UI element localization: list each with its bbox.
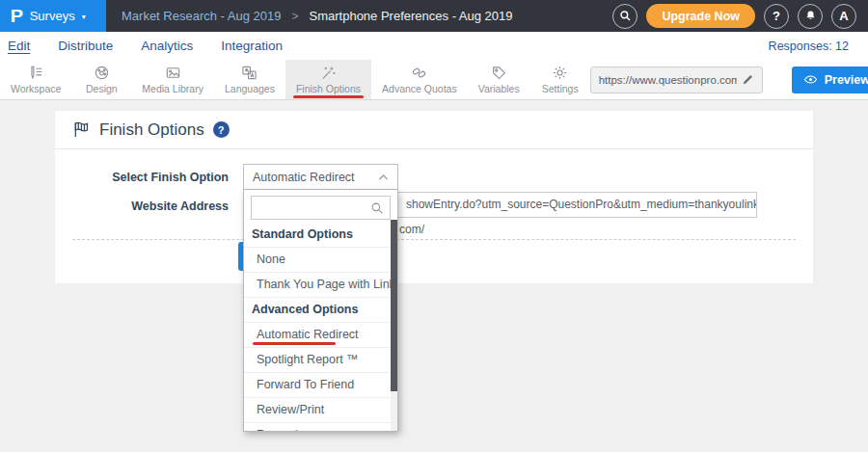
toolbar-item-workspace[interactable]: Workspace (0, 60, 71, 99)
card-header: Finish Options ? (55, 111, 813, 149)
dropdown-option-review-print[interactable]: Review/Print (244, 398, 397, 423)
dropdown-option-forward-to-friend[interactable]: Forward To Friend (244, 373, 397, 398)
survey-url-field[interactable]: https://www.questionpro.com/t/A (590, 66, 763, 93)
website-address-label: Website Address (55, 199, 229, 213)
finish-option-select[interactable]: Automatic Redirect (243, 164, 398, 190)
tab-edit[interactable]: Edit (8, 39, 30, 53)
notifications-button[interactable] (798, 4, 823, 29)
preview-button-label: Preview (825, 73, 868, 87)
dropdown-option-none[interactable]: None (244, 248, 397, 273)
topbar-actions: Upgrade Now ? A (612, 4, 868, 29)
dashed-divider (72, 239, 796, 240)
toolbar-item-label: Languages (225, 83, 275, 94)
upgrade-now-button[interactable]: Upgrade Now (646, 4, 755, 28)
topbar: P Surveys ▾ Market Research - Aug 2019 >… (0, 0, 868, 32)
preview-button[interactable]: Preview (792, 66, 868, 93)
help-button[interactable]: ? (764, 4, 789, 29)
surveys-menu-label: Surveys (30, 9, 75, 23)
red-underline-annotation (293, 95, 364, 98)
dropdown-scrollbar-thumb[interactable] (391, 220, 397, 391)
eye-icon (803, 72, 818, 87)
search-button[interactable] (612, 4, 637, 29)
survey-url-text: https://www.questionpro.com/t/A (599, 74, 737, 86)
settings-icon (552, 65, 568, 81)
account-avatar[interactable]: A (831, 4, 856, 29)
variables-icon (491, 65, 507, 81)
toolbar-item-variables[interactable]: Variables (468, 60, 530, 99)
magnifier-icon (370, 201, 384, 215)
dropdown-option-automatic-redirect[interactable]: Automatic Redirect (244, 323, 397, 348)
media-library-icon (165, 65, 181, 81)
dropdown-scrollbar (391, 220, 397, 431)
workspace-icon (28, 65, 44, 81)
toolbar-item-finish-options[interactable]: Finish Options (285, 60, 371, 99)
toolbar-items: WorkspaceDesignMedia LibraryLanguagesFin… (0, 60, 590, 99)
dropdown-options: Standard OptionsNoneThank You Page with … (244, 223, 397, 432)
toolbar-item-label: Workspace (11, 83, 61, 94)
breadcrumb: Market Research - Aug 2019 > Smartphone … (122, 9, 513, 23)
nav-tabs: EditDistributeAnalyticsIntegration (8, 39, 311, 53)
toolbar-item-media-library[interactable]: Media Library (131, 60, 214, 99)
tab-distribute[interactable]: Distribute (58, 39, 113, 53)
finish-options-card: Finish Options ? Select Finish Option We… (55, 111, 813, 283)
dropdown-group-header-advanced-options: Advanced Options (244, 298, 397, 323)
page-background: Finish Options ? Select Finish Option We… (0, 100, 868, 452)
design-icon (94, 65, 110, 81)
finish-options-icon (320, 65, 337, 81)
chevron-down-icon: ▾ (82, 13, 86, 21)
finish-option-dropdown: Automatic Redirect Standard OptionsNoneT… (243, 164, 398, 432)
dropdown-option-rewards[interactable]: Rewards (244, 423, 397, 432)
page-title: Finish Options (99, 120, 204, 140)
questionpro-logo: P (11, 7, 23, 25)
survey-toolbar: WorkspaceDesignMedia LibraryLanguagesFin… (0, 60, 868, 100)
toolbar-item-label: Advance Quotas (382, 83, 457, 94)
example-url-tail: com/ (399, 223, 424, 236)
toolbar-right: https://www.questionpro.com/t/A Preview (590, 60, 868, 99)
advance-quotas-icon (411, 65, 427, 81)
toolbar-item-label: Settings (542, 83, 579, 94)
breadcrumb-separator-icon: > (291, 10, 298, 23)
red-underline-annotation (253, 342, 336, 345)
toolbar-item-label: Media Library (142, 83, 203, 94)
toolbar-item-label: Design (86, 83, 118, 94)
toolbar-item-settings[interactable]: Settings (530, 60, 590, 99)
dropdown-list: Standard OptionsNoneThank You Page with … (243, 190, 398, 432)
toolbar-item-label: Variables (478, 83, 520, 94)
finish-option-selected-value: Automatic Redirect (253, 171, 355, 184)
dropdown-option-thank-you-page-with-link[interactable]: Thank You Page with Link (244, 273, 397, 298)
finish-options-help-button[interactable]: ? (213, 121, 230, 138)
finish-flag-icon (72, 120, 91, 139)
breadcrumb-current: Smartphone Preferences - Aug 2019 (310, 9, 513, 23)
breadcrumb-folder-link[interactable]: Market Research - Aug 2019 (122, 9, 281, 23)
dropdown-search-input[interactable] (258, 200, 370, 216)
toolbar-item-advance-quotas[interactable]: Advance Quotas (371, 60, 468, 99)
chevron-up-icon (378, 173, 389, 181)
edit-url-pencil-icon[interactable] (742, 73, 754, 86)
select-finish-option-label: Select Finish Option (55, 171, 229, 184)
toolbar-item-design[interactable]: Design (71, 60, 131, 99)
bell-icon (804, 10, 817, 22)
responses-count[interactable]: Responses: 12 (769, 40, 849, 53)
toolbar-item-label: Finish Options (296, 83, 361, 94)
dropdown-search-box (251, 196, 391, 220)
languages-icon (241, 65, 258, 81)
surveys-menu[interactable]: P Surveys ▾ (0, 0, 106, 32)
nav-tab-row: EditDistributeAnalyticsIntegration Respo… (0, 32, 868, 60)
toolbar-item-languages[interactable]: Languages (214, 60, 285, 99)
search-icon (619, 10, 632, 22)
dropdown-group-header-standard-options: Standard Options (244, 223, 397, 248)
dropdown-option-spotlight-report[interactable]: Spotlight Report ™ (244, 348, 397, 373)
tab-analytics[interactable]: Analytics (141, 39, 193, 53)
tab-integration[interactable]: Integration (221, 39, 283, 53)
